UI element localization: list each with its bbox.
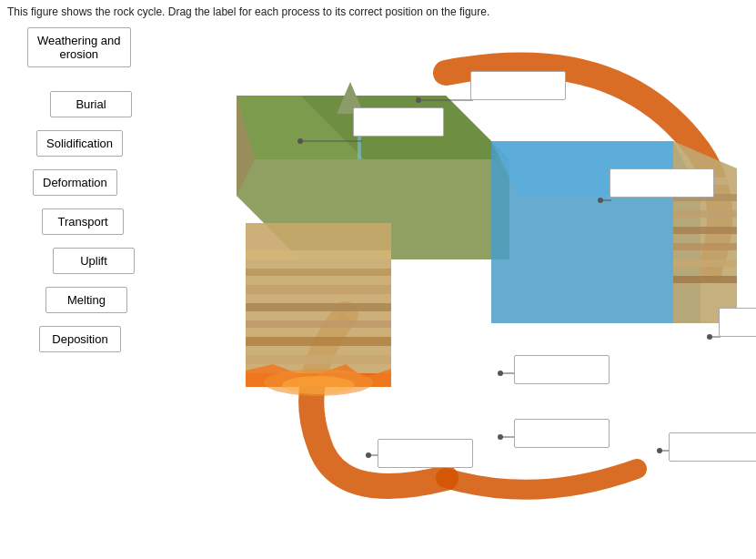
label-uplift[interactable]: Uplift: [53, 248, 135, 274]
label-transport[interactable]: Transport: [42, 208, 124, 235]
svg-rect-14: [246, 320, 391, 328]
svg-point-34: [416, 97, 421, 103]
svg-rect-12: [246, 285, 391, 294]
dropbox-db2[interactable]: [470, 71, 566, 100]
instruction-text: This figure shows the rock cycle. Drag t…: [7, 5, 489, 18]
label-deposition[interactable]: Deposition: [39, 326, 121, 352]
svg-rect-15: [246, 337, 391, 346]
svg-rect-11: [246, 269, 391, 276]
dropbox-db3[interactable]: [610, 168, 714, 198]
dropbox-db6[interactable]: [514, 419, 610, 448]
svg-point-46: [657, 448, 662, 453]
svg-rect-29: [673, 259, 737, 267]
dropbox-db1[interactable]: [353, 107, 444, 137]
label-weathering[interactable]: Weathering and erosion: [27, 27, 131, 67]
dropbox-db8[interactable]: [669, 432, 756, 462]
label-burial[interactable]: Burial: [50, 91, 132, 117]
dropbox-db7[interactable]: [378, 439, 473, 468]
svg-point-20: [282, 376, 355, 394]
svg-rect-30: [673, 276, 737, 283]
svg-point-32: [297, 138, 303, 144]
dropbox-db4[interactable]: [719, 308, 756, 337]
label-deformation[interactable]: Deformation: [33, 169, 117, 196]
svg-point-36: [598, 198, 603, 203]
dropbox-db5[interactable]: [514, 355, 610, 384]
svg-point-44: [366, 452, 371, 458]
label-solidification[interactable]: Solidification: [36, 130, 123, 157]
svg-point-40: [498, 371, 503, 376]
svg-point-42: [498, 434, 503, 440]
svg-rect-26: [673, 210, 737, 218]
svg-rect-16: [246, 355, 391, 364]
svg-rect-28: [673, 243, 737, 250]
svg-point-38: [707, 334, 712, 340]
label-melting[interactable]: Melting: [45, 287, 127, 313]
svg-rect-13: [246, 303, 391, 311]
svg-rect-10: [246, 250, 391, 259]
svg-rect-27: [673, 227, 737, 234]
